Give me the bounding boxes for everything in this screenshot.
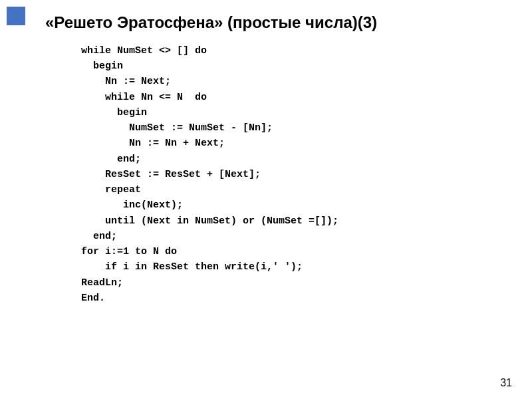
- corner-decoration: [7, 7, 25, 25]
- code-line-3: Nn := Next;: [45, 74, 512, 89]
- code-line-16: ReadLn;: [45, 275, 512, 291]
- code-line-2: begin: [45, 59, 512, 74]
- code-line-9: ResSet := ResSet + [Next];: [45, 167, 512, 182]
- code-line-4: while Nn <= N do: [45, 90, 512, 105]
- code-line-11: inc(Next);: [45, 198, 512, 213]
- code-block: while NumSet <> [] do begin Nn := Next; …: [45, 43, 512, 306]
- page-number: 31: [500, 377, 512, 389]
- code-line-10: repeat: [45, 182, 512, 198]
- code-line-15: if i in ResSet then write(i,' ');: [45, 259, 512, 275]
- slide-container: «Решето Эратосфена» (простые числа)(3) w…: [0, 0, 532, 399]
- code-line-6: NumSet := NumSet - [Nn];: [45, 120, 512, 136]
- slide-title: «Решето Эратосфена» (простые числа)(3): [45, 13, 512, 33]
- code-line-5: begin: [45, 105, 512, 120]
- code-line-17: End.: [45, 291, 512, 306]
- code-line-12: until (Next in NumSet) or (NumSet =[]);: [45, 213, 512, 229]
- code-line-8: end;: [45, 152, 512, 167]
- code-line-13: end;: [45, 229, 512, 244]
- code-line-7: Nn := Nn + Next;: [45, 136, 512, 151]
- code-line-14: for i:=1 to N do: [45, 244, 512, 259]
- code-line-1: while NumSet <> [] do: [45, 43, 512, 59]
